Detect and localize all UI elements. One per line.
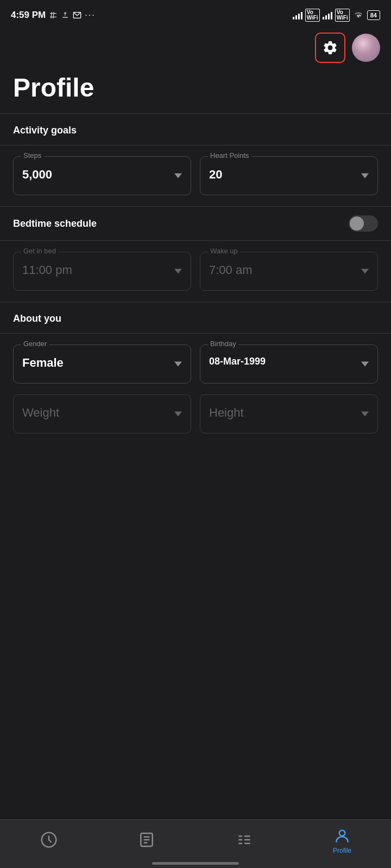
gender-arrow — [174, 362, 182, 367]
activity-nav-icon — [40, 831, 58, 848]
signal-bars-2 — [323, 11, 332, 20]
bedtime-toggle[interactable] — [349, 215, 378, 232]
birthday-arrow — [361, 362, 369, 367]
heart-points-dropdown[interactable]: Heart Points 20 — [200, 156, 378, 195]
wifi-icon — [352, 11, 364, 20]
bedtime-schedule-label: Bedtime schedule — [13, 218, 97, 229]
weight-dropdown[interactable]: Weight — [13, 394, 191, 433]
journal-icon — [138, 831, 155, 848]
vo-wifi-icon-2: VoWiFi — [335, 9, 350, 22]
upload-icon — [61, 11, 70, 20]
gender-birthday-row: Gender Female Birthday 08-Mar-1999 — [0, 344, 391, 394]
nav-item-journal[interactable] — [98, 831, 195, 851]
settings-button[interactable] — [315, 33, 345, 63]
steps-value: 5,000 — [22, 164, 182, 182]
about-you-label: About you — [0, 302, 391, 333]
header-actions — [0, 28, 391, 67]
get-in-bed-arrow — [174, 269, 182, 274]
gender-dropdown[interactable]: Gender Female — [13, 344, 191, 384]
birthday-dropdown[interactable]: Birthday 08-Mar-1999 — [200, 344, 378, 384]
page-title: Profile — [0, 67, 391, 113]
heart-points-value: 20 — [209, 164, 369, 182]
gear-icon — [322, 40, 338, 56]
weight-label-placeholder: Weight — [22, 403, 182, 420]
height-label-placeholder: Height — [209, 403, 369, 420]
nav-item-profile[interactable]: Profile — [293, 827, 391, 854]
heart-points-label: Heart Points — [208, 151, 251, 159]
more-icon: ··· — [85, 10, 95, 20]
birthday-label: Birthday — [208, 340, 238, 348]
get-in-bed-label: Get in bed — [21, 247, 58, 255]
bedtime-schedule-fields-row: Get in bed 11:00 pm Wake up 7:00 am — [0, 252, 391, 302]
bottom-nav: Profile — [0, 819, 391, 868]
vo-wifi-icon-1: VoWiFi — [305, 9, 320, 22]
get-in-bed-dropdown[interactable]: Get in bed 11:00 pm — [13, 252, 191, 291]
bedtime-schedule-row: Bedtime schedule — [0, 207, 391, 240]
get-in-bed-value: 11:00 pm — [22, 260, 182, 277]
activity-goals-label: Activity goals — [0, 114, 391, 145]
content-area: Profile Activity goals Steps 5,000 Heart… — [0, 67, 391, 499]
weight-height-row: Weight Height — [0, 394, 391, 444]
gender-value: Female — [22, 353, 182, 370]
signal-bars — [293, 11, 302, 20]
steps-dropdown[interactable]: Steps 5,000 — [13, 156, 191, 195]
status-bar: 4:59 PM ··· VoWiFi VoWiFi 84 — [0, 0, 391, 28]
wake-up-arrow — [361, 269, 369, 274]
list-icon — [236, 831, 253, 848]
status-time: 4:59 PM — [11, 10, 46, 21]
steps-dropdown-arrow — [174, 174, 182, 178]
nav-label-profile: Profile — [333, 847, 351, 854]
svg-point-12 — [339, 830, 345, 836]
wake-up-dropdown[interactable]: Wake up 7:00 am — [200, 252, 378, 291]
hashtag-icon — [49, 11, 58, 20]
weight-arrow — [174, 412, 182, 417]
steps-label: Steps — [21, 151, 43, 159]
avatar[interactable] — [352, 34, 380, 62]
birthday-value: 08-Mar-1999 — [209, 353, 369, 367]
mail-icon — [73, 11, 81, 20]
profile-nav-icon — [333, 827, 351, 845]
home-indicator — [152, 862, 239, 865]
heart-points-dropdown-arrow — [361, 174, 369, 178]
activity-goals-row: Steps 5,000 Heart Points 20 — [0, 156, 391, 206]
nav-item-list[interactable] — [195, 831, 293, 851]
height-dropdown[interactable]: Height — [200, 394, 378, 433]
toggle-knob — [350, 216, 364, 231]
wake-up-value: 7:00 am — [209, 260, 369, 277]
wake-up-label: Wake up — [208, 247, 240, 255]
battery-indicator: 84 — [367, 10, 380, 20]
gender-label: Gender — [21, 340, 49, 348]
nav-item-home[interactable] — [0, 831, 98, 851]
height-arrow — [361, 412, 369, 417]
